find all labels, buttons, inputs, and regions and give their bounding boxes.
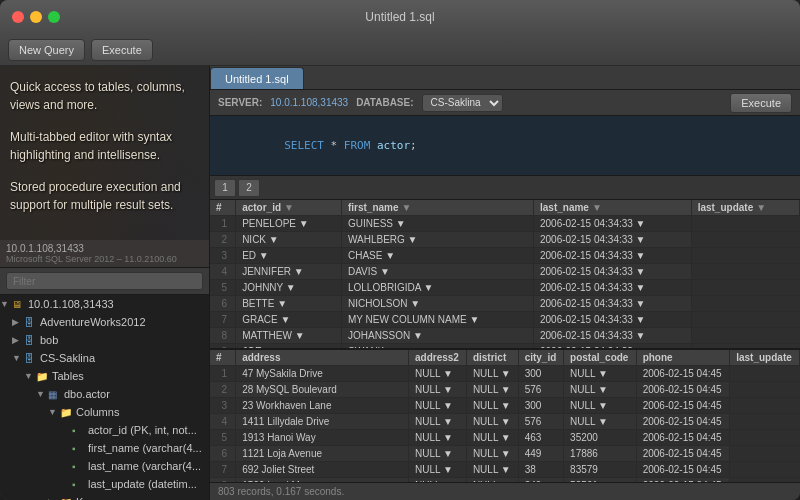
sql-editor[interactable]: SELECT * FROM actor; SELECT * FROM addre…	[210, 116, 800, 176]
rownum-t2-2: 3	[210, 398, 236, 414]
cell-t1-0-0: PENELOPE ▼	[236, 216, 342, 232]
result-table-1: #actor_id▼first_name▼last_name▼last_upda…	[210, 200, 800, 350]
result-tabs: 1 2	[210, 176, 800, 200]
result-table-2-header: #addressaddress2districtcity_idpostal_co…	[210, 350, 800, 366]
cell-t2-6-1: NULL ▼	[409, 462, 467, 478]
tree-item-11[interactable]: ▶📁Keys	[0, 493, 209, 500]
tree-item-1[interactable]: ▶🗄AdventureWorks2012	[0, 313, 209, 331]
rownum-t2-6: 7	[210, 462, 236, 478]
search-input[interactable]	[6, 272, 203, 290]
cell-t2-3-3: 576	[518, 414, 563, 430]
result-table-1-body: 1PENELOPE ▼GUINESS ▼2006-02-15 04:34:33 …	[210, 216, 800, 351]
table-row: 4JENNIFER ▼DAVIS ▼2006-02-15 04:34:33 ▼	[210, 264, 800, 280]
cell-t2-6-0: 692 Joliet Street	[236, 462, 409, 478]
tree-item-9[interactable]: ▪last_name (varchar(4...	[0, 457, 209, 475]
cell-t2-5-2: NULL ▼	[466, 446, 518, 462]
cell-t1-5-0: BETTE ▼	[236, 296, 342, 312]
table-row: 6BETTE ▼NICHOLSON ▼2006-02-15 04:34:33 ▼	[210, 296, 800, 312]
cell-t2-0-3: 300	[518, 366, 563, 382]
cell-t1-4-0: JOHNNY ▼	[236, 280, 342, 296]
tree-arrow-3: ▼	[12, 353, 24, 363]
tree-item-10[interactable]: ▪last_update (datetim...	[0, 475, 209, 493]
maximize-button[interactable]	[48, 11, 60, 23]
col-header-t2-5[interactable]: phone	[636, 350, 730, 366]
results-area: 1 2 #actor_id▼first_name▼last_name▼last_…	[210, 176, 800, 482]
tree-label-8: first_name (varchar(4...	[88, 442, 202, 454]
tree-item-7[interactable]: ▪actor_id (PK, int, not...	[0, 421, 209, 439]
tree-item-0[interactable]: ▼🖥10.0.1.108,31433	[0, 295, 209, 313]
table-row: 323 Workhaven LaneNULL ▼NULL ▼300NULL ▼2…	[210, 398, 800, 414]
tree-item-8[interactable]: ▪first_name (varchar(4...	[0, 439, 209, 457]
cell-t2-0-1: NULL ▼	[409, 366, 467, 382]
database-selector[interactable]: CS-Saklina	[422, 94, 503, 112]
tree-item-5[interactable]: ▼▦dbo.actor	[0, 385, 209, 403]
cell-t2-5-3: 449	[518, 446, 563, 462]
right-panel: Untitled 1.sql SERVER: 10.0.1.108,31433 …	[210, 66, 800, 500]
cell-t1-1-0: NICK ▼	[236, 232, 342, 248]
cell-t2-0-0: 47 MySakila Drive	[236, 366, 409, 382]
new-query-button[interactable]: New Query	[8, 39, 85, 61]
rownum-t1-7: 8	[210, 328, 236, 344]
tree-label-3: CS-Saklina	[40, 352, 95, 364]
col-header-t2-4[interactable]: postal_code	[564, 350, 637, 366]
object-tree-panel: 10.0.1.108,31433 Microsoft SQL Server 20…	[0, 240, 209, 500]
result-tables-container: #actor_id▼first_name▼last_name▼last_upda…	[210, 200, 800, 482]
close-button[interactable]	[12, 11, 24, 23]
feature-stored-proc: Stored procedure execution and support f…	[10, 178, 199, 214]
cell-t2-2-4: NULL ▼	[564, 398, 637, 414]
tree-icon-11: 📁	[60, 497, 74, 501]
cell-t1-7-0: MATTHEW ▼	[236, 328, 342, 344]
col-header-t1-3[interactable]: last_update▼	[691, 200, 799, 216]
col-header-t1-1[interactable]: first_name▼	[341, 200, 533, 216]
tree-item-4[interactable]: ▼📁Tables	[0, 367, 209, 385]
table-row: 147 MySakila DriveNULL ▼NULL ▼300NULL ▼2…	[210, 366, 800, 382]
cell-t2-1-0: 28 MySQL Boulevard	[236, 382, 409, 398]
tab-untitled1[interactable]: Untitled 1.sql	[210, 67, 304, 89]
feature-descriptions: Quick access to tables, columns, views a…	[0, 66, 209, 240]
tree-item-2[interactable]: ▶🗄bob	[0, 331, 209, 349]
col-header-t1-0[interactable]: actor_id▼	[236, 200, 342, 216]
execute-toolbar-button[interactable]: Execute	[91, 39, 153, 61]
rownum-t2-0: 1	[210, 366, 236, 382]
table-row: 5JOHNNY ▼LOLLOBRIGIDA ▼2006-02-15 04:34:…	[210, 280, 800, 296]
table-row: 41411 Lillydale DriveNULL ▼NULL ▼576NULL…	[210, 414, 800, 430]
main-toolbar: New Query Execute	[0, 34, 800, 66]
sql-line-1: SELECT * FROM actor;	[218, 122, 792, 170]
cell-t2-4-2: NULL ▼	[466, 430, 518, 446]
rownum-t1-0: 1	[210, 216, 236, 232]
cell-t1-2-1: CHASE ▼	[341, 248, 533, 264]
result-tab-1[interactable]: 1	[214, 179, 236, 197]
cell-t2-5-1: NULL ▼	[409, 446, 467, 462]
tree-arrow-5: ▼	[36, 389, 48, 399]
tree-icon-5: ▦	[48, 389, 62, 400]
result-tab-2[interactable]: 2	[238, 179, 260, 197]
cell-t1-3-0: JENNIFER ▼	[236, 264, 342, 280]
col-header-t2-0[interactable]: address	[236, 350, 409, 366]
cell-t1-5-1: NICHOLSON ▼	[341, 296, 533, 312]
cell-t1-2-2: 2006-02-15 04:34:33 ▼	[533, 248, 691, 264]
tree-label-10: last_update (datetim...	[88, 478, 197, 490]
tree-item-3[interactable]: ▼🗄CS-Saklina	[0, 349, 209, 367]
cell-t2-0-5: 2006-02-15 04:45	[636, 366, 730, 382]
left-panel: Quick access to tables, columns, views a…	[0, 66, 210, 500]
execute-button[interactable]: Execute	[730, 93, 792, 113]
tree-item-6[interactable]: ▼📁Columns	[0, 403, 209, 421]
traffic-lights	[12, 11, 60, 23]
rownum-t2-3: 4	[210, 414, 236, 430]
col-header-t2-6[interactable]: last_update	[730, 350, 800, 366]
rownum-t1-6: 7	[210, 312, 236, 328]
cell-t2-1-4: NULL ▼	[564, 382, 637, 398]
tree-icon-1: 🗄	[24, 317, 38, 328]
minimize-button[interactable]	[30, 11, 42, 23]
col-header-t1-2[interactable]: last_name▼	[533, 200, 691, 216]
cell-t1-2-0: ED ▼	[236, 248, 342, 264]
tree-label-5: dbo.actor	[64, 388, 110, 400]
col-header-t2-3[interactable]: city_id	[518, 350, 563, 366]
cell-t1-6-0: GRACE ▼	[236, 312, 342, 328]
server-label: SERVER:	[218, 97, 262, 108]
cell-t1-7-2: 2006-02-15 04:34:33 ▼	[533, 328, 691, 344]
table-row: 51913 Hanoi WayNULL ▼NULL ▼463352002006-…	[210, 430, 800, 446]
col-header-t2-1[interactable]: address2	[409, 350, 467, 366]
col-header-t2-2[interactable]: district	[466, 350, 518, 366]
rownum-t1-1: 2	[210, 232, 236, 248]
